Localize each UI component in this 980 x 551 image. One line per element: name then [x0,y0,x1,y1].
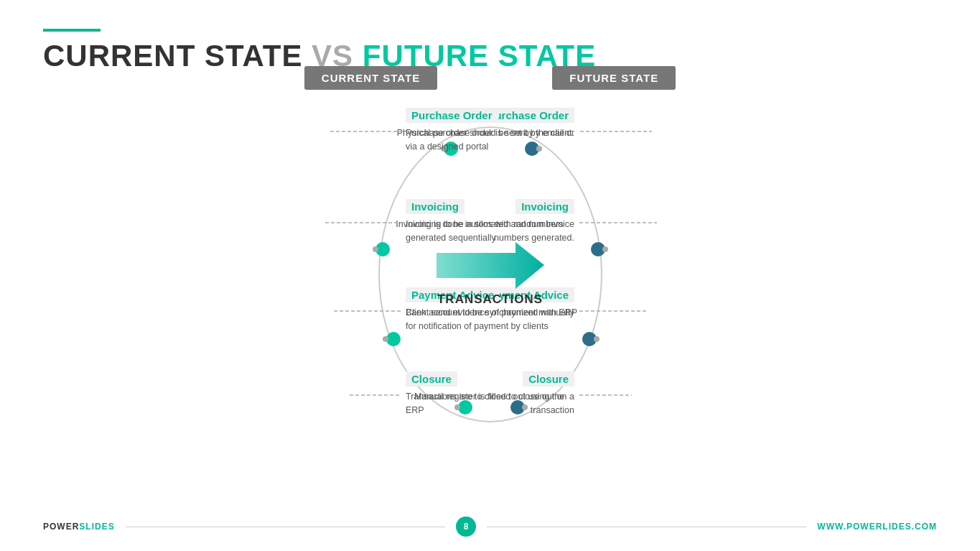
right-pay-desc: Bank account to be synchronized with ERP… [406,306,585,333]
left-inv-line [579,219,657,226]
footer-line-left [126,527,445,527]
left-clo-line [579,392,632,399]
right-po-desc: Purchase order should be sent by email o… [406,126,585,154]
right-item-closure: Closure Transactions are to closed out u… [406,371,585,417]
footer-page-number: 8 [456,517,476,537]
right-item-purchase-order: Purchase Order Purchase order should be … [406,108,585,154]
svg-marker-17 [437,242,544,289]
svg-point-11 [383,336,388,342]
left-pay-line [579,307,648,315]
right-clo-desc: Transactions are to closed out using the… [406,390,585,417]
brand-bold: POWER [43,522,79,532]
right-clo-line [350,392,401,399]
footer-line-right [487,527,806,527]
accent-line [43,29,101,32]
page: CURRENT STATE VS FUTURE STATE CURRENT ST… [0,0,980,551]
right-inv-title: Invoicing [406,199,465,214]
transactions-label: TRANSACTIONS [437,292,543,307]
title-current: CURRENT STATE [43,39,302,73]
left-po-line [580,128,652,135]
future-state-badge: FUTURE STATE [552,66,676,90]
current-state-badge: CURRENT STATE [304,66,437,90]
right-item-invoicing: Invoicing Invoicing to be automated and … [406,199,585,245]
transactions-center: TRANSACTIONS [437,242,544,307]
brand-light: SLIDES [79,522,114,532]
footer: POWERSLIDES 8 WWW.POWERLIDES.COM [43,517,937,537]
svg-point-15 [594,336,599,342]
svg-point-14 [602,246,608,252]
right-clo-title: Closure [406,371,457,386]
right-po-line [330,128,402,135]
right-pay-line [334,307,401,315]
diagram-wrapper: CURRENT STATE FUTURE STATE [43,95,937,454]
right-inv-line [325,219,401,226]
right-po-title: Purchase Order [406,108,498,123]
footer-url: WWW.POWERLIDES.COM [817,522,937,532]
svg-point-10 [373,246,378,252]
right-inv-desc: Invoicing to be automated and numbers ge… [406,218,585,245]
footer-brand: POWERSLIDES [43,522,115,532]
arrow-icon [437,242,544,289]
badges-row: CURRENT STATE FUTURE STATE [275,66,706,90]
